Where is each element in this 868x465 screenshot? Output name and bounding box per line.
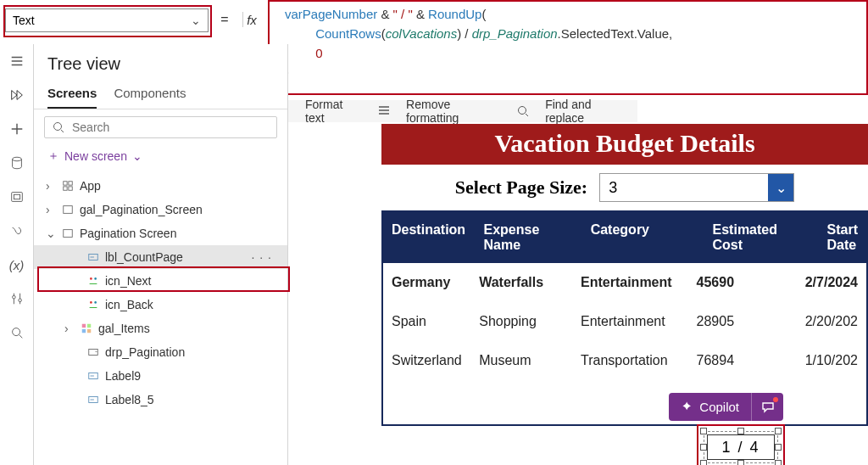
- chevron-right-icon: ›: [64, 322, 75, 335]
- chevron-right-icon: ›: [46, 203, 56, 216]
- feedback-icon: [761, 401, 775, 414]
- new-screen-button[interactable]: ＋ New screen ⌄: [34, 142, 287, 171]
- grid-body: Germany Waterfalls Entertainment 45690 2…: [383, 263, 866, 424]
- tree-node-app[interactable]: ›App: [34, 174, 287, 198]
- grid-header: Destination Expense Name Category Estima…: [383, 212, 866, 263]
- svg-rect-20: [87, 324, 91, 328]
- svg-rect-2: [11, 193, 22, 202]
- tree-node-lbl-countpage[interactable]: lbl_CountPage· · ·: [34, 245, 287, 269]
- svg-point-17: [90, 301, 92, 304]
- page-size-label: Select Page Size:: [455, 176, 587, 199]
- pager-label[interactable]: 1 / 4: [707, 434, 775, 460]
- icon-icon: [86, 298, 100, 311]
- remove-format-icon: [377, 104, 391, 118]
- find-replace-button[interactable]: Find and replace: [545, 98, 629, 125]
- svg-rect-13: [64, 230, 73, 238]
- tab-components[interactable]: Components: [114, 81, 186, 109]
- chevron-down-icon: ⌄: [46, 227, 56, 240]
- svg-rect-11: [69, 187, 72, 190]
- table-row[interactable]: Germany Waterfalls Entertainment 45690 2…: [383, 263, 866, 302]
- data-icon[interactable]: [8, 154, 25, 171]
- flows-icon[interactable]: [8, 222, 25, 239]
- fx-icon[interactable]: fx: [242, 10, 261, 29]
- search-rail-icon[interactable]: [8, 324, 25, 341]
- col-estimated-cost: Estimated Cost: [704, 212, 819, 263]
- screen-icon: [61, 203, 75, 216]
- svg-rect-10: [64, 187, 67, 190]
- svg-point-0: [519, 107, 526, 115]
- dropdown-value: 3: [600, 179, 626, 197]
- hamburger-icon[interactable]: [8, 53, 25, 70]
- copilot-button-group: Copilot: [669, 393, 783, 421]
- label-icon: [86, 393, 100, 406]
- gallery-icon: [80, 322, 93, 335]
- svg-point-18: [94, 301, 97, 304]
- page-size-dropdown[interactable]: 3 ⌄: [599, 173, 794, 202]
- app-icon: [61, 179, 75, 193]
- tree-node-gal-items[interactable]: ›gal_Items: [34, 317, 287, 340]
- search-field[interactable]: [72, 120, 270, 134]
- app-title: Vacation Budget Details: [381, 124, 868, 165]
- tree: ›App ›gal_Pagination_Screen ⌄Pagination …: [34, 171, 287, 465]
- media-icon[interactable]: [8, 188, 25, 205]
- property-selector-value: Text: [13, 14, 35, 27]
- svg-rect-9: [69, 182, 72, 185]
- tools-icon[interactable]: [8, 290, 25, 307]
- more-icon[interactable]: · · ·: [252, 250, 272, 264]
- svg-point-5: [18, 299, 21, 302]
- copilot-button[interactable]: Copilot: [669, 393, 751, 421]
- page-size-row: Select Page Size: 3 ⌄: [381, 165, 868, 210]
- formula-token: varPageNumber: [285, 7, 377, 21]
- col-expense-name: Expense Name: [475, 212, 581, 263]
- tree-node-drp-pagination[interactable]: drp_Pagination: [34, 340, 287, 364]
- chevron-down-icon: ⌄: [768, 174, 793, 201]
- tree-node-icn-back[interactable]: icn_Back: [34, 293, 287, 317]
- panel-title: Tree view: [34, 44, 287, 81]
- svg-rect-12: [64, 206, 73, 214]
- panel-tabs: Screens Components: [34, 81, 287, 109]
- plus-icon: ＋: [47, 148, 59, 164]
- dropdown-icon: [86, 345, 100, 359]
- property-selector[interactable]: Text ⌄: [5, 8, 209, 32]
- svg-point-6: [12, 328, 19, 336]
- tree-node-icn-next[interactable]: icn_Next: [34, 269, 287, 293]
- table-row[interactable]: Spain Shopping Entertainment 28905 2/20/…: [383, 302, 866, 341]
- table-row[interactable]: Switzerland Museum Transportation 76894 …: [383, 341, 866, 380]
- label-icon: [86, 369, 100, 383]
- col-start-date: Start Date: [819, 212, 866, 263]
- format-text-button[interactable]: Format text: [305, 98, 362, 125]
- copilot-icon: [681, 401, 694, 414]
- tree-node-label9[interactable]: Label9: [34, 364, 287, 388]
- svg-point-16: [94, 277, 97, 280]
- col-destination: Destination: [383, 212, 475, 263]
- svg-rect-3: [14, 194, 19, 199]
- label-icon: [86, 250, 100, 264]
- svg-point-1: [12, 157, 21, 161]
- copilot-feedback-button[interactable]: [751, 393, 783, 421]
- tab-screens[interactable]: Screens: [47, 81, 97, 109]
- svg-point-7: [54, 123, 62, 131]
- plus-icon[interactable]: [8, 120, 25, 137]
- formula-bar[interactable]: varPageNumber & " / " & RoundUp( CountRo…: [268, 0, 868, 95]
- svg-rect-19: [82, 324, 86, 328]
- formula-toolbar: Format text Remove formatting Find and r…: [268, 100, 637, 122]
- variables-icon[interactable]: (x): [8, 256, 25, 273]
- svg-rect-22: [87, 329, 91, 333]
- screen-icon: [61, 227, 75, 240]
- tree-view-panel: Tree view Screens Components ＋ New scree…: [34, 44, 288, 465]
- chevron-down-icon: ⌄: [191, 14, 201, 27]
- chevron-down-icon: ⌄: [132, 149, 142, 163]
- svg-point-15: [90, 277, 92, 280]
- search-icon: [516, 104, 530, 118]
- remove-formatting-button[interactable]: Remove formatting: [406, 98, 501, 125]
- chevron-right-icon: ›: [46, 179, 56, 193]
- svg-rect-21: [82, 329, 86, 333]
- tree-view-icon[interactable]: [8, 87, 25, 104]
- svg-rect-8: [64, 182, 67, 185]
- tree-node-gal-pagination-screen[interactable]: ›gal_Pagination_Screen: [34, 198, 287, 221]
- tree-node-pagination-screen[interactable]: ⌄Pagination Screen: [34, 221, 287, 245]
- search-input[interactable]: [44, 116, 277, 138]
- col-category: Category: [582, 212, 704, 263]
- tree-node-label8-5[interactable]: Label8_5: [34, 388, 287, 412]
- equals-sign: =: [220, 12, 228, 27]
